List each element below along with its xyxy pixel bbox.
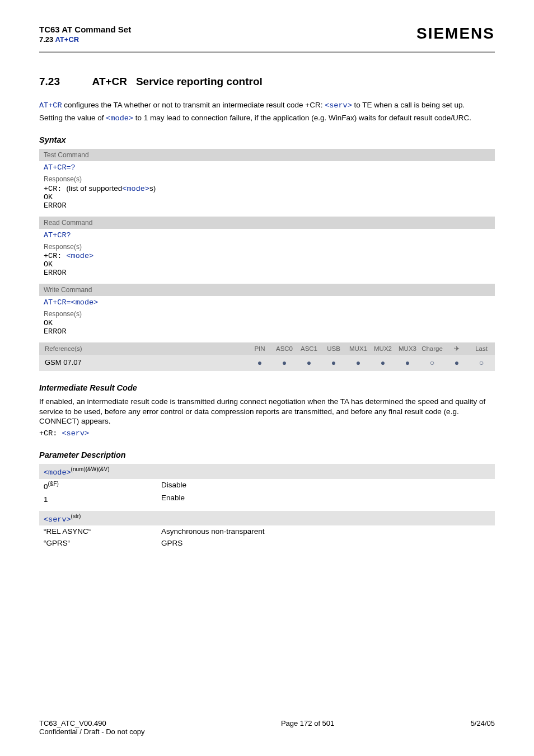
syntax-heading: Syntax (39, 135, 495, 144)
syntax-write-content: AT+CR=<mode> Response(s) OK ERROR (39, 296, 495, 340)
param-mode-row-1: 1 Enable (39, 492, 495, 505)
syntax-test-resp-prefix: +CR: (44, 185, 67, 193)
param-serv: <serv>(str) “REL ASYNC“ Asynchronous non… (39, 511, 495, 550)
intro-text: configures the TA whether or not to tran… (62, 101, 325, 109)
syntax-test-resp-mode: <mode> (122, 185, 149, 193)
reference-label: Reference(s) (40, 345, 247, 352)
footer-mid: Page 172 of 501 (145, 719, 471, 736)
footer-left-a: TC63_ATC_V00.490 (39, 719, 106, 727)
param-serv-head: <serv>(str) (39, 511, 495, 526)
param-mode-name: <mode> (44, 468, 71, 477)
page: TC63 AT Command Set 7.23 AT+CR SIEMENS 7… (0, 0, 534, 756)
intro-para-1: AT+CR configures the TA whether or not t… (39, 100, 495, 111)
param-mode-val-0: Disable (161, 481, 490, 491)
reference-row: GSM 07.07 (39, 355, 495, 371)
section-heading: 7.23 AT+CR Service reporting control (39, 76, 495, 88)
header-left: TC63 AT Command Set 7.23 AT+CR (39, 25, 131, 44)
ref-dot-last (469, 359, 494, 367)
param-serv-attrs: (str) (71, 513, 81, 519)
intro-text-3: Setting the value of (39, 114, 106, 122)
doc-subtitle: 7.23 AT+CR (39, 35, 131, 44)
ref-dot-charge (420, 359, 444, 367)
param-serv-name: <serv> (44, 515, 71, 523)
param-mode-val-1: Enable (161, 494, 490, 504)
ref-col-pin: PIN (247, 345, 272, 352)
section-number: 7.23 (39, 76, 90, 88)
reference-header: Reference(s) PIN ASC0 ASC1 USB MUX1 MUX2… (39, 342, 495, 355)
syntax-test-err: ERROR (44, 201, 67, 210)
param-mode-key-0: 0(&F) (44, 481, 161, 491)
param-serv-key-1: “GPRS“ (44, 539, 161, 547)
syntax-write-block: Write Command AT+CR=<mode> Response(s) O… (39, 284, 495, 340)
param-serv-val-1: GPRS (161, 539, 490, 547)
irc-heading: Intermediate Result Code (39, 383, 495, 392)
ref-dot-usb (321, 359, 346, 367)
syntax-read-block: Read Command AT+CR? Response(s) +CR: <mo… (39, 217, 495, 281)
syntax-test-resp-text: (list of supported (67, 184, 123, 192)
syntax-test-resp-label: Response(s) (44, 175, 490, 183)
param-mode-attrs: (num)(&W)(&V) (71, 466, 110, 472)
param-mode-key-1: 1 (44, 494, 161, 504)
intro-para-2: Setting the value of <mode> to 1 may lea… (39, 113, 495, 124)
header-rule (39, 51, 495, 53)
intro-mode-link: <mode> (106, 114, 133, 123)
ref-col-mux1: MUX1 (346, 345, 371, 352)
syntax-write-resp-label: Response(s) (44, 310, 490, 318)
ref-col-asc0: ASC0 (272, 345, 297, 352)
irc-para: If enabled, an intermediate result code … (39, 397, 495, 426)
syntax-read-resp-prefix: +CR: (44, 252, 67, 260)
syntax-read-err: ERROR (44, 269, 67, 277)
syntax-read-cmd: AT+CR? (44, 231, 71, 240)
irc-code-prefix: +CR: (39, 429, 62, 438)
param-serv-key-0: “REL ASYNC“ (44, 527, 161, 536)
page-footer: TC63_ATC_V00.490 Confidential / Draft - … (39, 719, 495, 736)
section-title: Service reporting control (136, 76, 263, 87)
syntax-test-cmd: AT+CR=? (44, 163, 76, 172)
intro-text-2: to TE when a call is being set up. (352, 101, 465, 109)
intro-cmd-link: AT+CR (39, 101, 62, 110)
param-serv-row-1: “GPRS“ GPRS (39, 537, 495, 549)
ref-dot-mux3 (395, 359, 420, 367)
syntax-write-cmd-b: <mode> (71, 298, 99, 307)
param-mode-head: <mode>(num)(&W)(&V) (39, 464, 495, 479)
ref-dot-asc1 (297, 359, 321, 367)
syntax-read-resp-mode: <mode> (67, 252, 94, 260)
ref-dot-pin (247, 359, 272, 367)
param-mode-key-0-sup: (&F) (48, 481, 59, 487)
syntax-test-resp-suffix: s) (149, 184, 156, 192)
footer-right: 5/24/05 (471, 719, 495, 736)
doc-subtitle-cmd: AT+CR (55, 35, 79, 44)
footer-left: TC63_ATC_V00.490 Confidential / Draft - … (39, 719, 145, 736)
param-mode-key-0-val: 0 (44, 482, 48, 490)
ref-col-mux3: MUX3 (395, 345, 420, 352)
intro-serv-link: <serv> (325, 101, 352, 110)
syntax-read-content: AT+CR? Response(s) +CR: <mode> OK ERROR (39, 229, 495, 281)
syntax-test-content: AT+CR=? Response(s) +CR: (list of suppor… (39, 161, 495, 214)
ref-dot-mux2 (371, 359, 395, 367)
section-cmd: AT+CR (92, 76, 127, 87)
syntax-write-cmd-a: AT+CR= (44, 298, 71, 307)
ref-dot-asc0 (272, 359, 297, 367)
syntax-test-block: Test Command AT+CR=? Response(s) +CR: (l… (39, 149, 495, 214)
param-mode-row-0: 0(&F) Disable (39, 479, 495, 492)
syntax-write-ok: OK (44, 319, 53, 327)
ref-col-charge: Charge (420, 345, 444, 352)
syntax-write-err: ERROR (44, 327, 67, 336)
ref-dot-air (444, 359, 469, 367)
ref-col-mux2: MUX2 (371, 345, 395, 352)
syntax-read-bar: Read Command (39, 217, 495, 229)
brand-logo: SIEMENS (416, 25, 495, 43)
syntax-write-bar: Write Command (39, 284, 495, 296)
syntax-read-resp-label: Response(s) (44, 243, 490, 251)
ref-col-last: Last (469, 345, 494, 352)
ref-dot-mux1 (346, 359, 371, 367)
ref-col-airplane-icon: ✈ (444, 345, 469, 353)
syntax-test-bar: Test Command (39, 149, 495, 161)
irc-code: +CR: <serv> (39, 429, 495, 439)
ref-col-asc1: ASC1 (297, 345, 321, 352)
doc-title: TC63 AT Command Set (39, 25, 131, 34)
syntax-test-ok: OK (44, 193, 53, 201)
doc-subtitle-secno: 7.23 (39, 35, 55, 44)
footer-left-b: Confidential / Draft - Do not copy (39, 727, 145, 736)
syntax-read-ok: OK (44, 260, 53, 269)
